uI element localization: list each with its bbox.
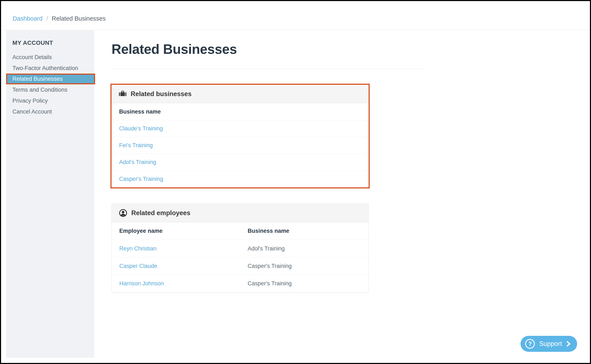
employee-link[interactable]: Harrison Johnson <box>119 280 248 287</box>
support-button-label: Support <box>539 340 562 348</box>
related-employees-panel: Related employees Employee name Business… <box>112 204 369 292</box>
related-businesses-panel: Related businesses Business name Claude'… <box>111 84 370 188</box>
business-link[interactable]: Claude's Training <box>112 120 369 137</box>
app-window: Dashboard / Related Businesses MY ACCOUN… <box>0 0 591 364</box>
content-area: Related Businesses Relate <box>94 30 590 363</box>
business-link[interactable]: Fei's Training <box>112 137 369 154</box>
related-employees-title: Related employees <box>131 209 190 217</box>
related-employees-header: Related employees <box>112 204 368 222</box>
breadcrumb-dashboard-link[interactable]: Dashboard <box>13 15 42 22</box>
sidebar-item-account-details[interactable]: Account Details <box>6 52 94 63</box>
breadcrumb-bar: Dashboard / Related Businesses <box>1 1 590 30</box>
sidebar-item-terms[interactable]: Terms and Conditions <box>6 84 94 95</box>
person-icon <box>119 209 127 217</box>
sidebar: MY ACCOUNT Account Details Two-Factor Au… <box>6 30 94 358</box>
employee-link[interactable]: Casper Claude <box>119 263 248 269</box>
title-divider <box>112 69 423 69</box>
business-name-column-header: Business name <box>248 228 368 234</box>
employee-business-cell: Casper's Training <box>248 263 368 269</box>
briefcase-icon <box>119 91 126 97</box>
sidebar-item-privacy[interactable]: Privacy Policy <box>6 95 94 106</box>
main-layout: MY ACCOUNT Account Details Two-Factor Au… <box>1 30 590 363</box>
sidebar-item-related-businesses[interactable]: Related Businesses <box>6 74 95 84</box>
employee-row: Harrison Johnson Casper's Training <box>112 275 368 292</box>
support-button[interactable]: ? Support <box>520 336 577 352</box>
employee-link[interactable]: Reyn Christian <box>119 245 248 252</box>
sidebar-item-cancel-account[interactable]: Cancel Account <box>6 106 94 117</box>
employee-row: Reyn Christian Adol's Training <box>112 240 368 257</box>
related-businesses-header: Related businesses <box>112 85 369 103</box>
employee-business-cell: Casper's Training <box>248 280 368 287</box>
sidebar-item-two-factor[interactable]: Two-Factor Authentication <box>6 63 94 74</box>
related-businesses-title: Related businesses <box>131 90 191 98</box>
business-link[interactable]: Adol's Training <box>112 154 369 170</box>
breadcrumb-separator: / <box>46 15 48 22</box>
sidebar-title: MY ACCOUNT <box>6 39 94 46</box>
employee-row: Casper Claude Casper's Training <box>112 257 368 275</box>
business-link[interactable]: Casper's Training <box>112 170 369 187</box>
breadcrumb: Dashboard / Related Businesses <box>13 15 106 22</box>
business-name-column-header: Business name <box>112 103 369 120</box>
employee-business-cell: Adol's Training <box>248 245 368 252</box>
chevron-right-icon <box>566 340 571 347</box>
employee-name-column-header: Employee name <box>119 228 248 234</box>
question-mark-icon: ? <box>525 339 535 349</box>
breadcrumb-current: Related Businesses <box>52 15 106 22</box>
page-title: Related Businesses <box>112 41 423 57</box>
